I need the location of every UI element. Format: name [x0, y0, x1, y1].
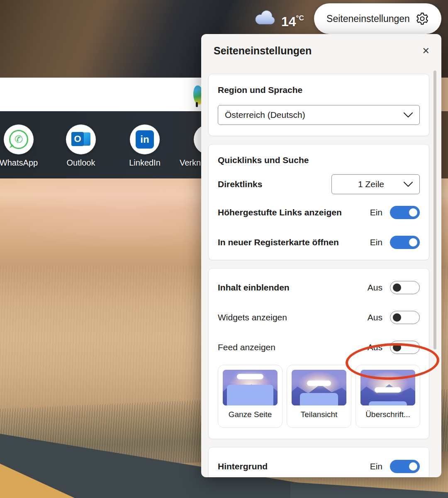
layout-option-full-page[interactable]: Ganze Seite [218, 365, 282, 428]
chevron-down-icon [404, 112, 413, 117]
toggle-state-label: Aus [368, 342, 382, 352]
chevron-down-icon [404, 182, 413, 187]
close-icon[interactable]: ✕ [421, 45, 431, 57]
content-card: Inhalt einblenden Aus Widgets anzeigen A… [208, 268, 429, 439]
layout-option-label: Überschrift... [360, 410, 415, 419]
show-widgets-label: Widgets anzeigen [218, 312, 368, 322]
quicklinks-search-heading: Quicklinks und Suche [218, 155, 420, 165]
toggle-state-label: Ein [370, 208, 382, 217]
show-feed-row: Feed anzeigen Aus [218, 341, 420, 354]
direktlinks-label: Direktlinks [218, 179, 331, 189]
quick-link-label: Outlook [50, 158, 112, 168]
layout-option-headings[interactable]: Überschrift... [355, 365, 420, 428]
page-settings-panel: Seiteneinstellungen ✕ Region und Sprache… [201, 34, 441, 477]
linkedin-icon: in [130, 124, 160, 154]
toggle-state-label: Ein [370, 461, 382, 471]
new-tab-page: ✆ WhatsApp O Outlook in LinkedIn Verkn [0, 0, 448, 498]
whatsapp-icon: ✆ [4, 124, 34, 154]
scrollbar-thumb[interactable] [433, 71, 436, 349]
show-content-row: Inhalt einblenden Aus [218, 281, 420, 294]
outlook-icon: O [66, 124, 96, 154]
open-new-tab-row: In neuer Registerkarte öffnen Ein [218, 236, 420, 249]
page-settings-button[interactable]: Seiteneinstellungen [314, 3, 441, 34]
direktlinks-row: Direktlinks 1 Zeile [218, 174, 420, 194]
background-row: Hintergrund Ein [218, 460, 420, 473]
quick-link-linkedin[interactable]: in LinkedIn [114, 124, 176, 168]
show-widgets-toggle[interactable] [390, 311, 420, 324]
background-label: Hintergrund [218, 461, 370, 471]
toggle-state-label: Aus [368, 312, 382, 322]
show-feed-label: Feed anzeigen [218, 342, 368, 352]
layout-thumbnail-headings [360, 370, 415, 405]
toggle-state-label: Ein [370, 237, 382, 247]
quick-link-outlook[interactable]: O Outlook [50, 124, 112, 168]
region-language-card: Region und Sprache Österreich (Deutsch) [208, 74, 429, 136]
toggle-state-label: Aus [368, 283, 382, 293]
region-language-value: Österreich (Deutsch) [225, 110, 305, 120]
panel-header: Seiteneinstellungen ✕ [201, 34, 441, 57]
layout-option-label: Ganze Seite [223, 410, 278, 419]
promoted-links-label: Höhergestufte Links anzeigen [218, 208, 370, 217]
promoted-links-toggle[interactable] [390, 206, 420, 219]
layout-thumbnail-full [223, 370, 278, 405]
quick-link-whatsapp[interactable]: ✆ WhatsApp [0, 124, 50, 168]
open-new-tab-label: In neuer Registerkarte öffnen [218, 237, 370, 247]
quick-link-label: WhatsApp [0, 158, 50, 168]
background-card: Hintergrund Ein [208, 447, 429, 477]
gear-icon [416, 12, 429, 25]
layout-thumbnail-partial [292, 370, 346, 405]
region-language-heading: Region und Sprache [218, 85, 420, 95]
show-content-label: Inhalt einblenden [218, 283, 368, 293]
quick-link-label: LinkedIn [114, 158, 176, 168]
layout-option-label: Teilansicht [292, 410, 346, 419]
open-new-tab-toggle[interactable] [390, 236, 420, 249]
weather-temperature: 14°C [281, 9, 304, 31]
direktlinks-value: 1 Zeile [338, 179, 404, 189]
show-content-toggle[interactable] [390, 281, 420, 294]
page-settings-button-label: Seiteneinstellungen [326, 13, 410, 24]
layout-options-row: Ganze Seite Teilansicht Überschrift... [218, 365, 420, 428]
layout-option-partial-view[interactable]: Teilansicht [287, 365, 351, 428]
weather-widget[interactable]: 14°C [254, 9, 304, 31]
region-language-dropdown[interactable]: Österreich (Deutsch) [218, 105, 420, 125]
show-widgets-row: Widgets anzeigen Aus [218, 311, 420, 324]
show-feed-toggle[interactable] [390, 341, 420, 354]
quicklinks-search-card: Quicklinks und Suche Direktlinks 1 Zeile… [208, 144, 429, 260]
panel-title: Seiteneinstellungen [214, 45, 312, 57]
cloud-icon [254, 9, 275, 26]
promoted-links-row: Höhergestufte Links anzeigen Ein [218, 206, 420, 219]
background-toggle[interactable] [390, 460, 420, 473]
direktlinks-dropdown[interactable]: 1 Zeile [331, 174, 420, 194]
